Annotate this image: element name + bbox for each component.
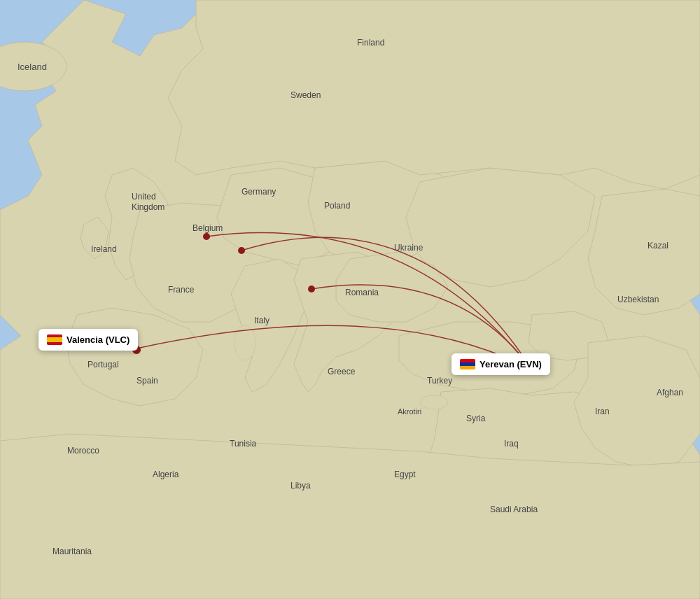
poland-label: Poland — [324, 201, 350, 211]
morocco-label: Morocco — [67, 446, 99, 456]
germany-label: Germany — [241, 187, 276, 197]
ireland-label: Ireland — [91, 244, 117, 254]
mauritania-label: Mauritania — [52, 547, 92, 556]
italy-label: Italy — [254, 316, 270, 325]
finland-label: Finland — [357, 38, 384, 48]
evn-popup[interactable]: Yerevan (EVN) — [451, 353, 550, 375]
iran-label: Iran — [595, 407, 610, 416]
intermediate-dot-1 — [203, 233, 210, 240]
france-label: France — [168, 285, 195, 295]
vlc-label: Valencia (VLC) — [66, 334, 130, 345]
turkey-label: Turkey — [427, 376, 452, 386]
spain-label: Spain — [136, 376, 158, 386]
vlc-popup[interactable]: Valencia (VLC) — [38, 329, 138, 351]
iraq-label: Iraq — [504, 439, 519, 449]
portugal-label: Portugal — [88, 360, 119, 369]
tunisia-label: Tunisia — [230, 439, 257, 449]
greece-label: Greece — [328, 367, 356, 376]
egypt-label: Egypt — [394, 470, 416, 479]
armenia-flag — [460, 359, 475, 369]
uzbekistan-label: Uzbekistan — [617, 295, 659, 304]
map-svg: Iceland Finland Sweden United Kingdom Ir… — [0, 0, 700, 599]
syria-label: Syria — [466, 414, 486, 423]
iceland-label: Iceland — [18, 62, 47, 72]
kazal-label: Kazal — [648, 241, 668, 251]
algeria-label: Algeria — [153, 470, 179, 479]
uk-label2: Kingdom — [132, 202, 164, 212]
intermediate-dot-3 — [308, 286, 315, 293]
saudi-label: Saudi Arabia — [490, 505, 538, 514]
sweden-label: Sweden — [290, 90, 321, 100]
svg-point-4 — [420, 395, 448, 409]
evn-label: Yerevan (EVN) — [479, 359, 542, 369]
akrotiri-label: Akrotiri — [398, 407, 421, 416]
afghan-label: Afghan — [657, 388, 683, 397]
ukraine-label: Ukraine — [394, 243, 424, 253]
spain-flag — [47, 334, 62, 345]
libya-label: Libya — [290, 481, 311, 491]
belgium-label: Belgium — [192, 223, 223, 233]
map-container: Iceland Finland Sweden United Kingdom Ir… — [0, 0, 700, 599]
intermediate-dot-2 — [238, 247, 245, 254]
uk-label: United — [132, 192, 156, 202]
romania-label: Romania — [345, 288, 379, 297]
